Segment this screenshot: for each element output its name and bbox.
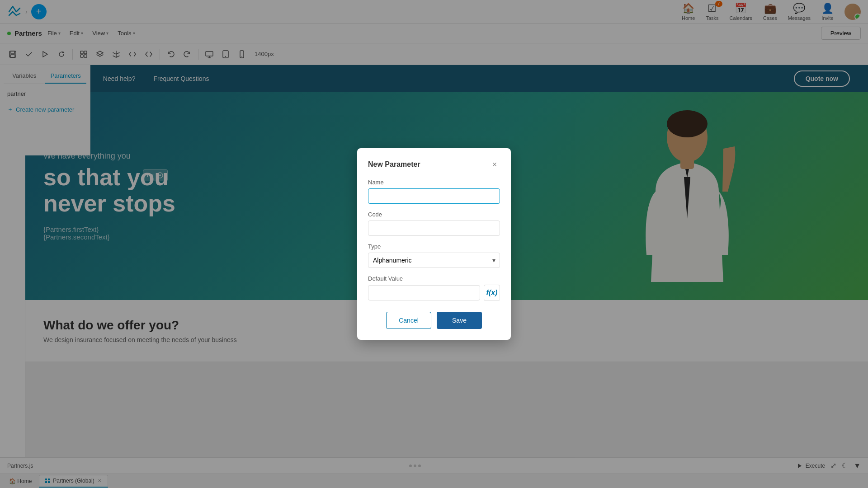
default-value-field-group: Default Value f(x) (368, 275, 500, 301)
name-input[interactable] (368, 188, 500, 204)
default-value-input[interactable] (368, 285, 480, 300)
modal-actions: Cancel Save (368, 312, 500, 329)
type-field-group: Type Alphanumeric Numeric Boolean Date ▾ (368, 243, 500, 268)
code-input[interactable] (368, 221, 500, 236)
save-button[interactable]: Save (437, 312, 482, 329)
new-parameter-modal: New Parameter × Name Code Type Alphanume… (357, 148, 511, 340)
name-field-group: Name (368, 179, 500, 204)
fx-button[interactable]: f(x) (484, 285, 500, 301)
type-label: Type (368, 243, 500, 250)
modal-title: New Parameter (368, 160, 420, 169)
cancel-button[interactable]: Cancel (386, 312, 431, 329)
default-value-row: f(x) (368, 285, 500, 301)
default-value-label: Default Value (368, 275, 500, 282)
modal-close-button[interactable]: × (489, 159, 500, 170)
name-label: Name (368, 179, 500, 186)
code-field-group: Code (368, 211, 500, 236)
modal-header: New Parameter × (368, 159, 500, 170)
type-select[interactable]: Alphanumeric Numeric Boolean Date (368, 253, 500, 268)
type-select-wrapper: Alphanumeric Numeric Boolean Date ▾ (368, 253, 500, 268)
code-label: Code (368, 211, 500, 218)
